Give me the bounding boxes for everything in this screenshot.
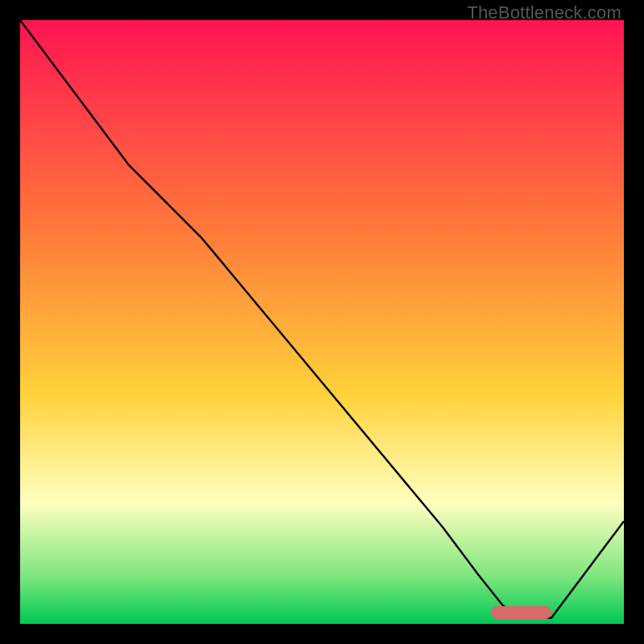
optimal-range-marker <box>491 606 551 619</box>
curve-overlay <box>20 20 624 624</box>
chart-area <box>20 20 624 624</box>
bottleneck-curve <box>20 20 624 618</box>
